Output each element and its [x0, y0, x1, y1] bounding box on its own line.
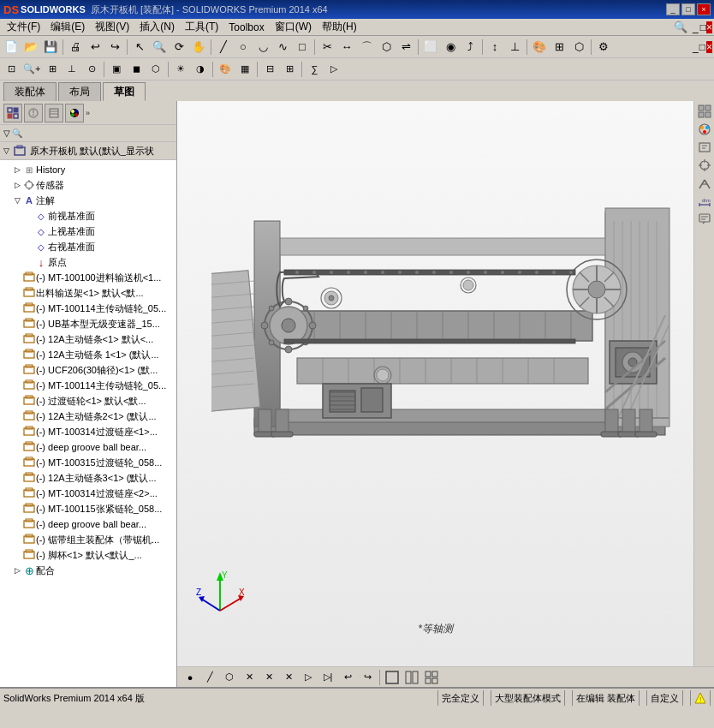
- menu-file[interactable]: 文件(F): [2, 18, 45, 36]
- menu-toolbox[interactable]: Toolbox: [223, 20, 269, 35]
- close-button[interactable]: ×: [697, 3, 711, 15]
- view-palette-button[interactable]: [696, 103, 713, 120]
- expand-annotation[interactable]: ▽: [12, 194, 22, 207]
- feature-manager-icon[interactable]: [3, 104, 22, 122]
- tree-item-origin[interactable]: ↓ 原点: [0, 254, 176, 270]
- display-style[interactable]: ▣: [107, 60, 126, 79]
- tree-item-part-8[interactable]: (-) MT-100100进料输送机<1...: [0, 270, 176, 285]
- expand-sensor[interactable]: ▷: [12, 178, 22, 192]
- sweep-button[interactable]: ⤴: [461, 38, 479, 57]
- maximize-button[interactable]: □: [681, 3, 695, 15]
- toolbar-minimize[interactable]: _: [693, 21, 699, 33]
- clip-view[interactable]: ⊞: [280, 60, 299, 79]
- sim-button[interactable]: ▷: [324, 60, 343, 79]
- section-button[interactable]: ⊞: [550, 38, 568, 57]
- tree-item-part-10[interactable]: (-) MT-100114主传动链轮_05...: [0, 301, 176, 316]
- tab-layout[interactable]: 布局: [58, 82, 101, 101]
- cross-btn[interactable]: ✕: [240, 668, 259, 687]
- menu-insert[interactable]: 插入(N): [134, 18, 180, 36]
- appearance-icon[interactable]: [65, 104, 84, 122]
- mirror-button[interactable]: ⇌: [396, 38, 415, 57]
- appear-button[interactable]: 🎨: [216, 60, 235, 79]
- print-button[interactable]: 🖨: [66, 38, 85, 57]
- rotate-button[interactable]: ⟳: [170, 38, 188, 57]
- viewport-2h[interactable]: [402, 668, 421, 687]
- tab-drawing[interactable]: 草图: [103, 82, 146, 101]
- tree-item-part-16[interactable]: (-) 过渡链轮<1> 默认<默...: [0, 393, 176, 409]
- menu-help[interactable]: 帮助(H): [317, 18, 362, 36]
- record-button[interactable]: ●: [181, 668, 199, 687]
- wireframe[interactable]: ⬡: [146, 60, 165, 79]
- revolve-button[interactable]: ◉: [441, 38, 460, 57]
- quick-snap-button[interactable]: [696, 175, 713, 192]
- tree-item-part-17[interactable]: (-) 12A主动链条2<1> (默认...: [0, 409, 176, 424]
- annotation-button[interactable]: [696, 211, 713, 228]
- viewport[interactable]: Y X Z *等轴测: [177, 101, 693, 666]
- shadows[interactable]: ◑: [191, 60, 210, 79]
- extrude-button[interactable]: ⬜: [421, 38, 440, 57]
- save-button[interactable]: 💾: [41, 38, 60, 57]
- shaded[interactable]: ◼: [127, 60, 146, 79]
- view-close[interactable]: ×: [706, 41, 712, 53]
- undo-button[interactable]: ↩: [86, 38, 104, 57]
- normal-to[interactable]: ⊥: [62, 60, 81, 79]
- redo-button[interactable]: ↪: [105, 38, 124, 57]
- spline-button[interactable]: ∿: [273, 38, 292, 57]
- relation-button[interactable]: ⊥: [505, 38, 524, 57]
- tree-item-history[interactable]: ▷ ⊞ History: [0, 162, 176, 177]
- tree-item-part-21[interactable]: (-) 12A主动链条3<1> (默认...: [0, 470, 176, 486]
- arc-button[interactable]: ◡: [253, 38, 272, 57]
- appearances-button[interactable]: [696, 121, 713, 138]
- arrow-right-btn[interactable]: ▷: [299, 668, 318, 687]
- line-button[interactable]: ╱: [214, 38, 233, 57]
- tree-expand-root[interactable]: ▽: [3, 146, 9, 155]
- zoom-in[interactable]: 🔍+: [21, 60, 42, 79]
- tree-item-part-24[interactable]: (-) deep groove ball bear...: [0, 516, 176, 532]
- tab-assembly[interactable]: 装配体: [3, 82, 57, 101]
- tree-item-part-11[interactable]: (-) UB基本型无级变速器_15...: [0, 316, 176, 331]
- tree-item-part-26[interactable]: (-) 脚杯<1> 默认<默认_...: [0, 547, 176, 563]
- tree-item-front-plane[interactable]: ◇ 前视基准面: [0, 208, 176, 224]
- lights-button[interactable]: ☀: [171, 60, 190, 79]
- offset-button[interactable]: ⬡: [377, 38, 396, 57]
- more-icon[interactable]: »: [86, 109, 90, 117]
- config-manager-icon[interactable]: [45, 104, 63, 122]
- color-button[interactable]: 🎨: [530, 38, 549, 57]
- tree-item-part-14[interactable]: (-) UCF206(30轴径)<1> (默...: [0, 362, 176, 378]
- menu-window[interactable]: 窗口(W): [270, 18, 317, 36]
- zoom-fit[interactable]: ⊡: [2, 60, 21, 79]
- cross3-btn[interactable]: ✕: [279, 668, 298, 687]
- search-button[interactable]: 🔍: [669, 19, 693, 35]
- select-button[interactable]: ↖: [130, 38, 149, 57]
- status-customize[interactable]: 自定义: [646, 690, 683, 706]
- tree-item-part-22[interactable]: (-) MT-100314过渡链座<2>...: [0, 486, 176, 501]
- tree-item-mate[interactable]: ▷ ⊕ 配合: [0, 563, 176, 578]
- view-max[interactable]: □: [699, 41, 705, 53]
- property-manager-icon[interactable]: [24, 104, 43, 122]
- cross2-btn[interactable]: ✕: [259, 668, 278, 687]
- options-button[interactable]: ⚙: [594, 38, 613, 57]
- smart-dim-button[interactable]: dim: [696, 193, 713, 210]
- zoom-button[interactable]: 🔍: [150, 38, 169, 57]
- tree-item-part-9[interactable]: 出料输送架<1> 默认<默...: [0, 285, 176, 301]
- tree-item-part-13[interactable]: (-) 12A主动链条 1<1> (默认...: [0, 347, 176, 362]
- draw-line-btn[interactable]: ╱: [200, 668, 219, 687]
- redo-bt[interactable]: ↪: [358, 668, 377, 687]
- viewport-single[interactable]: [383, 668, 402, 687]
- menu-tools[interactable]: 工具(T): [180, 18, 223, 36]
- new-button[interactable]: 📄: [2, 38, 21, 57]
- tree-item-annotation[interactable]: ▽ A 注解: [0, 193, 176, 208]
- view-min[interactable]: _: [693, 41, 699, 53]
- open-button[interactable]: 📂: [21, 38, 40, 57]
- draw-hex-btn[interactable]: ⬡: [220, 668, 239, 687]
- pan-button[interactable]: ✋: [189, 38, 208, 57]
- rect-button[interactable]: □: [293, 38, 312, 57]
- tree-item-part-25[interactable]: (-) 锯带组主装配体（带锯机...: [0, 532, 176, 547]
- custom-properties-button[interactable]: [696, 139, 713, 156]
- tree-item-part-12[interactable]: (-) 12A主动链条<1> 默认<...: [0, 331, 176, 347]
- arrow-end-btn[interactable]: ▷|: [318, 668, 337, 687]
- calc-button[interactable]: ∑: [305, 60, 324, 79]
- tree-item-top-plane[interactable]: ◇ 上视基准面: [0, 224, 176, 239]
- view-orient[interactable]: ⊙: [82, 60, 101, 79]
- snap-button[interactable]: [696, 157, 713, 174]
